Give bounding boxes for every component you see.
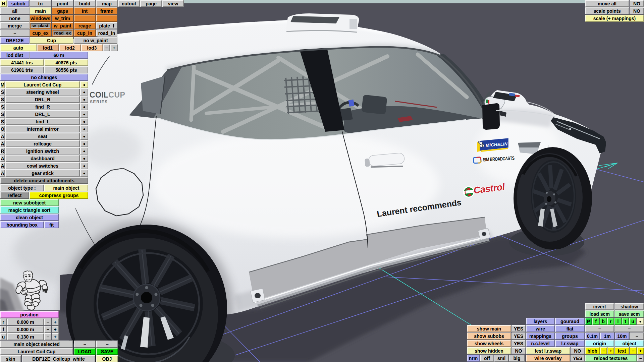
svg-text:COILCUP: COILCUP [90, 90, 125, 99]
svg-text:SERIES: SERIES [90, 100, 108, 104]
